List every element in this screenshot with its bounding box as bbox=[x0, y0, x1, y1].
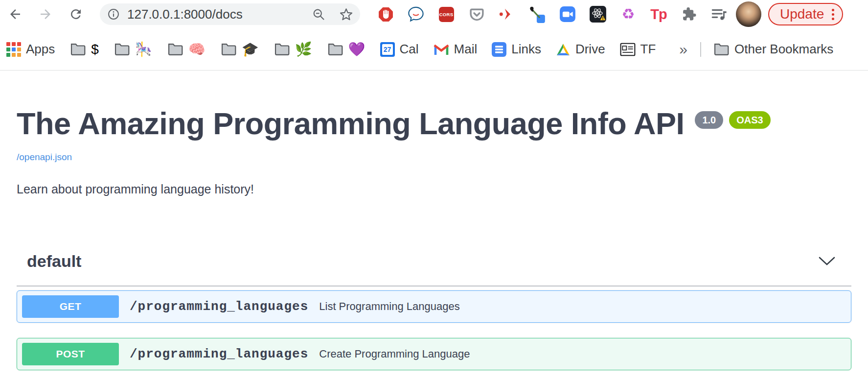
http-method-badge: GET bbox=[22, 295, 119, 318]
chat-bubble-extension-icon[interactable] bbox=[407, 5, 425, 24]
reload-icon bbox=[69, 7, 83, 22]
bookmark-folder-label: $ bbox=[91, 43, 99, 56]
version-badge: 1.0 bbox=[695, 111, 723, 129]
endpoint-row[interactable]: GET /programming_languages List Programm… bbox=[17, 290, 851, 323]
bookmark-links[interactable]: Links bbox=[492, 42, 541, 57]
bookmark-folder[interactable]: 🌿 bbox=[274, 42, 312, 57]
bookmark-folder-label: 🌿 bbox=[295, 43, 312, 56]
zoom-out-icon[interactable] bbox=[311, 7, 326, 22]
tp-extension-icon[interactable]: Tp bbox=[650, 5, 667, 24]
bookmark-folder[interactable]: $ bbox=[69, 42, 99, 57]
extensions-row: CORS ♻ Tp bbox=[377, 5, 728, 24]
gmail-icon bbox=[434, 43, 449, 56]
puzzle-extensions-menu-icon[interactable] bbox=[680, 5, 698, 24]
bookmark-tf[interactable]: TF bbox=[620, 42, 656, 57]
tf-card-icon bbox=[620, 43, 636, 56]
bookmark-label: Mail bbox=[454, 42, 478, 57]
cors-extension-icon[interactable]: CORS bbox=[437, 5, 455, 24]
bookmark-apps[interactable]: Apps bbox=[6, 42, 55, 57]
page-title: The Amazing Programming Language Info AP… bbox=[17, 108, 684, 139]
bookmark-folder-label: 🎠 bbox=[135, 43, 152, 56]
browser-toolbar: 127.0.0.1:8000/docs CORS bbox=[0, 0, 868, 28]
chevron-down-icon[interactable] bbox=[819, 257, 835, 266]
folder-icon bbox=[69, 42, 86, 57]
red-diamond-extension-icon[interactable] bbox=[498, 5, 516, 24]
endpoint-list: GET /programming_languages List Programm… bbox=[17, 290, 851, 370]
forward-button[interactable] bbox=[37, 6, 54, 23]
bookmark-label: Other Bookmarks bbox=[734, 42, 833, 57]
back-arrow-icon bbox=[8, 7, 23, 22]
bookmark-label: Drive bbox=[575, 42, 605, 57]
url-text[interactable]: 127.0.0.1:8000/docs bbox=[127, 7, 298, 22]
other-bookmarks[interactable]: Other Bookmarks bbox=[713, 42, 833, 57]
calendar-icon: 27 bbox=[380, 42, 395, 57]
recycle-glyph: ♻ bbox=[622, 7, 635, 22]
bookmark-folder[interactable]: 🧠 bbox=[167, 42, 206, 57]
bookmark-drive[interactable]: Drive bbox=[556, 42, 605, 57]
update-label: Update bbox=[780, 6, 824, 22]
bookmark-folder[interactable]: 🎠 bbox=[114, 42, 152, 57]
endpoint-summary: Create Programming Language bbox=[319, 348, 470, 360]
api-docs-page: The Amazing Programming Language Info AP… bbox=[0, 108, 868, 370]
oas3-badge: OAS3 bbox=[729, 111, 770, 129]
bookmarks-divider bbox=[700, 42, 701, 57]
folder-icon bbox=[327, 42, 343, 57]
bookmark-gmail[interactable]: Mail bbox=[434, 42, 478, 57]
page-info-icon[interactable] bbox=[107, 7, 120, 21]
folder-icon bbox=[220, 42, 237, 57]
bookmarks-bar: Apps $ 🎠 🧠 🎓 🌿 💜 27 Cal Mail Links bbox=[0, 28, 868, 71]
bookmark-star-icon[interactable] bbox=[339, 7, 353, 22]
cors-label: CORS bbox=[439, 7, 454, 22]
back-button[interactable] bbox=[7, 6, 23, 23]
openapi-spec-link[interactable]: /openapi.json bbox=[17, 152, 72, 163]
profile-avatar[interactable] bbox=[736, 1, 761, 27]
endpoint-path: /programming_languages bbox=[130, 299, 308, 314]
bookmark-folder[interactable]: 🎓 bbox=[220, 42, 259, 57]
recycle-extension-icon[interactable]: ♻ bbox=[619, 5, 637, 24]
bookmark-label: Apps bbox=[26, 42, 55, 57]
bookmark-calendar[interactable]: 27 Cal bbox=[380, 42, 419, 57]
bookmark-folder-label: 🧠 bbox=[188, 43, 206, 56]
folder-icon bbox=[114, 42, 130, 57]
api-info-block: The Amazing Programming Language Info AP… bbox=[17, 108, 851, 196]
react-devtools-extension-icon[interactable] bbox=[589, 5, 607, 24]
more-menu-dots-icon[interactable] bbox=[832, 9, 834, 20]
folder-icon bbox=[274, 42, 290, 57]
bookmark-folder-label: 💜 bbox=[348, 43, 365, 56]
endpoint-summary: List Programming Languages bbox=[319, 300, 459, 313]
bookmark-folder[interactable]: 💜 bbox=[327, 42, 365, 57]
folder-icon bbox=[713, 42, 730, 57]
bookmark-label: TF bbox=[640, 42, 656, 57]
update-chrome-button[interactable]: Update bbox=[768, 3, 843, 25]
tag-section-header[interactable]: default bbox=[17, 252, 851, 286]
http-method-badge: POST bbox=[22, 343, 119, 365]
reload-button[interactable] bbox=[68, 6, 84, 23]
api-title-row: The Amazing Programming Language Info AP… bbox=[17, 108, 851, 139]
api-description: Learn about programming language history… bbox=[17, 182, 851, 196]
drive-icon bbox=[556, 43, 571, 56]
adblock-extension-icon[interactable] bbox=[377, 5, 394, 24]
url-bar[interactable]: 127.0.0.1:8000/docs bbox=[100, 3, 360, 25]
apps-grid-icon bbox=[6, 42, 21, 57]
color-picker-extension-icon[interactable] bbox=[528, 5, 546, 24]
bookmark-folder-label: 🎓 bbox=[242, 43, 259, 56]
folder-icon bbox=[167, 42, 183, 57]
zoom-extension-icon[interactable] bbox=[559, 5, 576, 24]
endpoint-path: /programming_languages bbox=[130, 347, 308, 361]
tp-label: Tp bbox=[650, 6, 666, 23]
bookmark-label: Cal bbox=[400, 42, 419, 57]
endpoint-row[interactable]: POST /programming_languages Create Progr… bbox=[17, 338, 851, 370]
links-list-icon bbox=[492, 42, 506, 57]
media-playlist-icon[interactable] bbox=[710, 5, 728, 24]
bookmarks-overflow-chevrons[interactable]: » bbox=[679, 41, 687, 58]
pocket-extension-icon[interactable] bbox=[468, 5, 485, 24]
bookmark-label: Links bbox=[511, 42, 541, 57]
bookmark-folder-group: $ 🎠 🧠 🎓 🌿 💜 bbox=[69, 42, 365, 57]
tag-name: default bbox=[27, 252, 81, 271]
forward-arrow-icon bbox=[38, 7, 53, 22]
